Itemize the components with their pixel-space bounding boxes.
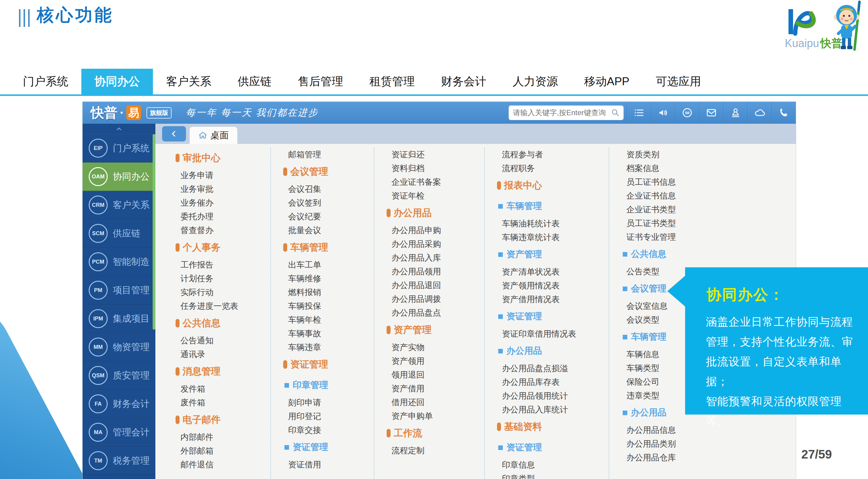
sidebar-scroll-up-chevron-icon[interactable]: [83, 124, 155, 134]
menu-item[interactable]: 办公用品盘点损溢: [485, 362, 609, 375]
menu-item[interactable]: 资质类别: [609, 147, 796, 161]
menu-item[interactable]: 外部邮箱: [163, 444, 270, 457]
sidebar-item[interactable]: TM税务管理: [83, 447, 155, 475]
menu-item[interactable]: 办公用品入库: [374, 251, 484, 265]
menu-item[interactable]: 流程职务: [485, 161, 609, 175]
menu-item[interactable]: 通讯录: [163, 347, 270, 361]
search-icon[interactable]: [611, 108, 620, 117]
menu-item[interactable]: 计划任务: [163, 272, 270, 285]
menu-item[interactable]: 资证年检: [374, 189, 484, 203]
module-tab[interactable]: 租赁管理: [356, 69, 428, 94]
menu-item[interactable]: 员工证书类型: [609, 216, 796, 230]
menu-item[interactable]: 资产实物: [374, 340, 484, 354]
menu-item[interactable]: 档案信息: [609, 161, 796, 175]
list-button[interactable]: [627, 102, 651, 124]
menu-item[interactable]: 办公用品库存表: [485, 375, 609, 389]
sidebar-scroll-down-chevron-icon[interactable]: [83, 475, 155, 479]
menu-item[interactable]: 印章信息: [485, 458, 609, 472]
sidebar-scrollbar[interactable]: [153, 134, 155, 330]
menu-item[interactable]: 资产清单状况表: [485, 265, 609, 279]
menu-item[interactable]: 内部邮件: [163, 430, 270, 444]
sidebar-item[interactable]: MA管理会计: [83, 418, 155, 447]
menu-item[interactable]: 发件箱: [163, 382, 270, 396]
menu-item[interactable]: 资产借用: [374, 381, 484, 395]
menu-item[interactable]: 办公用品采购: [374, 237, 484, 251]
menu-item[interactable]: 办公用品仓库: [609, 451, 796, 464]
menu-item[interactable]: 批量会议: [271, 223, 374, 237]
menu-item[interactable]: 实际行动: [163, 285, 270, 299]
module-tab[interactable]: 售后管理: [285, 69, 356, 94]
menu-item[interactable]: 工作报告: [163, 258, 270, 272]
module-tab[interactable]: 可选应用: [643, 69, 714, 94]
menu-item[interactable]: 流程参与者: [485, 147, 609, 161]
menu-item[interactable]: 借用还回: [374, 395, 484, 409]
menu-item[interactable]: 资产领用情况表: [485, 279, 609, 293]
menu-item[interactable]: 车辆违章统计表: [485, 230, 609, 244]
menu-item[interactable]: 印章交接: [271, 423, 374, 437]
menu-item[interactable]: 资产借用情况表: [485, 293, 609, 306]
sidebar-item[interactable]: PM项目管理: [83, 276, 155, 305]
menu-item[interactable]: 车辆投保: [271, 299, 374, 313]
menu-item[interactable]: 车辆违章: [271, 340, 374, 354]
menu-item[interactable]: 办公用品调拨: [374, 292, 484, 306]
menu-item[interactable]: 刻印申请: [271, 396, 374, 409]
menu-item[interactable]: 企业证书备案: [374, 175, 484, 189]
menu-item[interactable]: 燃料报销: [271, 285, 374, 299]
menu-item[interactable]: 督查督办: [163, 223, 270, 237]
sidebar-item[interactable]: MM物资管理: [83, 333, 155, 362]
sidebar-item[interactable]: FA财务会计: [83, 390, 155, 418]
menu-item[interactable]: 任务进度一览表: [163, 299, 270, 313]
menu-item[interactable]: 领用退回: [374, 368, 484, 381]
sidebar-item[interactable]: EIP门户系统: [83, 134, 155, 163]
module-tab[interactable]: 门户系统: [10, 69, 81, 94]
module-tab[interactable]: 协同办公: [81, 69, 153, 94]
sidebar-item[interactable]: SCM供应链: [83, 219, 155, 248]
menu-item[interactable]: 邮箱管理: [271, 147, 374, 161]
menu-item[interactable]: 办公用品领用统计: [485, 389, 609, 403]
menu-item[interactable]: 业务申请: [163, 168, 270, 182]
menu-item[interactable]: 车辆事故: [271, 327, 374, 340]
menu-item[interactable]: 资产申购单: [374, 409, 484, 423]
phone-button[interactable]: [772, 102, 796, 124]
menu-item[interactable]: 资证借用: [271, 457, 374, 471]
menu-item[interactable]: 企业证书类型: [609, 203, 796, 216]
menu-item[interactable]: 会议签到: [271, 196, 374, 210]
speaker-button[interactable]: [651, 102, 675, 124]
menu-item[interactable]: 办公用品盘点: [374, 306, 484, 319]
module-tab[interactable]: 人力资源: [499, 69, 571, 94]
sidebar-item[interactable]: OAM协同办公: [83, 163, 155, 191]
stamp-button[interactable]: [723, 102, 747, 124]
menu-item[interactable]: 资料归档: [374, 161, 484, 175]
menu-item[interactable]: 车辆油耗统计表: [485, 216, 609, 230]
menu-item[interactable]: 邮件退信: [163, 457, 270, 471]
menu-item[interactable]: 委托办理: [163, 210, 270, 223]
menu-item[interactable]: 会议召集: [271, 182, 374, 196]
menu-item[interactable]: 办公用品退回: [374, 278, 484, 292]
sidebar-item[interactable]: QSM质安管理: [83, 362, 155, 390]
menu-item[interactable]: 办公用品申购: [374, 223, 484, 237]
menu-item[interactable]: 办公用品领用: [374, 265, 484, 278]
menu-item[interactable]: 废件箱: [163, 396, 270, 409]
im-button[interactable]: IM: [675, 102, 699, 124]
menu-item[interactable]: 资证归还: [374, 147, 484, 161]
search-input[interactable]: [512, 108, 611, 117]
menu-item[interactable]: 员工证书信息: [609, 175, 796, 189]
module-tab[interactable]: 移动APP: [571, 69, 643, 94]
module-tab[interactable]: 财务会计: [428, 69, 499, 94]
menu-item[interactable]: 业务审批: [163, 182, 270, 196]
menu-item[interactable]: 车辆维修: [271, 272, 374, 285]
sidebar-item[interactable]: CRM客户关系: [83, 191, 155, 219]
menu-item[interactable]: 车辆年检: [271, 313, 374, 327]
menu-item[interactable]: 办公用品入库统计: [485, 403, 609, 416]
mail-button[interactable]: [699, 102, 723, 124]
module-tab[interactable]: 客户关系: [153, 69, 224, 94]
tab-desktop[interactable]: 桌面: [190, 127, 237, 144]
menu-item[interactable]: 出车工单: [271, 258, 374, 272]
menu-item[interactable]: 会议纪要: [271, 210, 374, 223]
menu-item[interactable]: 资证印章借用情况表: [485, 327, 609, 341]
menu-item[interactable]: 证书专业管理: [609, 230, 796, 244]
module-tab[interactable]: 供应链: [224, 69, 285, 94]
menu-item[interactable]: 资产领用: [374, 354, 484, 368]
back-button[interactable]: [162, 126, 186, 141]
menu-item[interactable]: 用印登记: [271, 409, 374, 423]
